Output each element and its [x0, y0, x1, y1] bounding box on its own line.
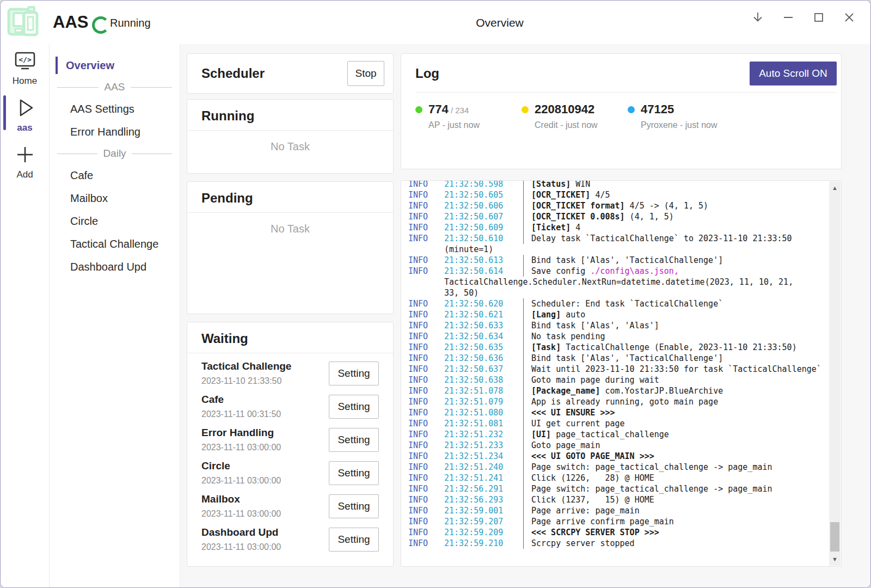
scroll-up-icon[interactable]: ▲: [829, 185, 841, 191]
log-message: Page switch: page_tactical_challenge -> …: [523, 483, 772, 494]
app-name: AAS: [53, 13, 88, 32]
log-continuation: 33, 50): [444, 287, 479, 298]
log-segment: Goto page_main: [531, 440, 600, 450]
log-message: Goto page_main: [523, 440, 600, 451]
sidebar-item-mailbox[interactable]: Mailbox: [50, 187, 180, 210]
sidebar-item-error-handling[interactable]: Error Handling: [50, 120, 180, 143]
log-timestamp: 21:32:50.598: [444, 180, 523, 189]
menu-section-label: AAS: [104, 81, 125, 93]
menu-item-label: Circle: [70, 215, 98, 228]
sidebar-item-circle[interactable]: Circle: [50, 210, 180, 232]
waiting-task-name: Dashboard Upd: [201, 526, 281, 538]
log-timestamp: 21:32:51.232: [444, 429, 523, 440]
waiting-task-row: Error Handling2023-11-11 03:00:00Setting: [187, 423, 393, 456]
log-segment: page_tactical_challenge: [551, 430, 669, 439]
sidebar-item-tactical-challenge[interactable]: Tactical Challenge: [50, 232, 180, 255]
log-level: INFO: [408, 429, 444, 440]
log-message: [Lang] auto: [523, 309, 585, 320]
nav-rail: </>HomeaasAdd: [1, 44, 50, 587]
log-message: [Ticket] 4: [523, 222, 580, 233]
stat-dot-icon: [522, 106, 529, 113]
log-timestamp: 21:32:50.635: [444, 342, 523, 353]
log-timestamp: 21:32:50.621: [444, 309, 523, 320]
log-row: (minute=1): [408, 244, 825, 255]
setting-button[interactable]: Setting: [329, 395, 379, 419]
setting-button[interactable]: Setting: [329, 528, 379, 552]
log-segment: App is already running, goto main page: [531, 397, 718, 407]
running-title: Running: [201, 108, 393, 124]
log-segment: ./config\aas.json: [590, 266, 674, 276]
log-continuation: (minute=1): [444, 244, 493, 255]
log-scrollbar[interactable]: ▲ ▼: [829, 181, 841, 566]
log-segment: Bind task ['Alas', 'Alas']: [531, 321, 659, 330]
log-level: INFO: [408, 298, 444, 309]
log-level: INFO: [408, 200, 444, 211]
log-segment: TacticalChallenge.Scheduler.NextRun=date…: [444, 277, 793, 287]
log-segment: <<< UI ENSURE >>>: [531, 408, 615, 418]
waiting-task-name: Tactical Challenge: [201, 360, 291, 372]
scrollbar-thumb[interactable]: [830, 522, 839, 552]
maximize-icon[interactable]: [809, 8, 828, 27]
menu-item-label: Mailbox: [70, 192, 108, 205]
close-icon[interactable]: [840, 8, 858, 27]
main-content: Scheduler Stop Running No Task Pending N…: [180, 44, 870, 587]
download-icon[interactable]: [749, 8, 767, 27]
setting-button[interactable]: Setting: [329, 428, 379, 452]
log-level: INFO: [408, 516, 444, 527]
log-segment: Click (1237, 15) @ HOME: [531, 495, 654, 505]
nav-rail-item-aas[interactable]: aas: [1, 91, 49, 138]
auto-scroll-button[interactable]: Auto Scroll ON: [750, 62, 837, 85]
stat-label: Credit - just now: [535, 120, 598, 130]
log-segment: [UI]: [531, 430, 551, 439]
resource-stat: 774 / 234AP - just now: [415, 102, 522, 130]
scroll-down-icon[interactable]: ▼: [829, 556, 841, 562]
log-message: UI get current page: [523, 418, 625, 429]
log-row: INFO21:32:50.605[OCR_TICKET] 4/5: [408, 189, 825, 200]
setting-button[interactable]: Setting: [329, 362, 379, 385]
setting-button[interactable]: Setting: [329, 461, 379, 485]
stat-value: 47125: [641, 102, 674, 116]
sidebar-item-cafe[interactable]: Cafe: [50, 164, 180, 187]
stop-button[interactable]: Stop: [347, 61, 384, 86]
waiting-task-info: Error Handling2023-11-11 03:00:00: [201, 427, 281, 452]
log-level: INFO: [408, 473, 444, 483]
menu-item-label: Tactical Challenge: [70, 238, 158, 250]
active-indicator: [56, 57, 58, 74]
waiting-task-info: Dashboard Upd2023-11-11 03:00:00: [201, 526, 281, 552]
setting-button[interactable]: Setting: [329, 494, 379, 518]
log-level: INFO: [408, 451, 444, 462]
log-segment: Bind task ['Alas', 'TacticalChallenge']: [531, 353, 723, 363]
log-row: INFO21:32:51.232[UI] page_tactical_chall…: [408, 429, 825, 440]
log-level: INFO: [408, 462, 444, 473]
minimize-icon[interactable]: [779, 8, 798, 27]
log-timestamp: 21:32:50.633: [444, 320, 523, 331]
sidebar-item-overview[interactable]: Overview: [50, 54, 180, 77]
log-segment: com.YostarJP.BlueArchive: [600, 386, 723, 396]
log-message: Delay task `TacticalChallenge` to 2023-1…: [523, 233, 792, 244]
log-level: INFO: [408, 418, 444, 429]
log-level: INFO: [408, 494, 444, 505]
log-row: 33, 50): [408, 287, 825, 298]
log-level: INFO: [408, 331, 444, 342]
log-level: INFO: [408, 342, 444, 353]
nav-rail-item-home[interactable]: </>Home: [1, 44, 49, 91]
log-level: INFO: [408, 255, 444, 266]
waiting-task-name: Circle: [201, 460, 281, 472]
log-level: INFO: [408, 364, 444, 375]
log-segment: <<< SCRCPY SERVER STOP >>>: [531, 528, 659, 537]
log-message: No task pending: [523, 331, 605, 342]
nav-rail-item-add[interactable]: Add: [1, 138, 49, 185]
log-title: Log: [415, 66, 439, 81]
log-level: INFO: [408, 309, 444, 320]
log-segment: (4, 1, 5): [625, 212, 674, 222]
sidebar-item-dashboard-upd[interactable]: Dashboard Upd: [50, 255, 180, 278]
waiting-task-row: Cafe2023-11-11 00:31:50Setting: [187, 390, 393, 423]
log-message: [Task] TacticalChallenge (Enable, 2023-1…: [523, 342, 797, 353]
log-level: INFO: [408, 222, 444, 233]
stat-value-row: 47125: [641, 102, 717, 117]
log-timestamp: 21:32:50.607: [444, 211, 523, 222]
waiting-task-next-run: 2023-11-11 00:31:50: [201, 409, 281, 419]
sidebar-item-aas-settings[interactable]: AAS Settings: [50, 97, 180, 120]
waiting-task-info: Cafe2023-11-11 00:31:50: [201, 394, 281, 419]
divider-line: [131, 87, 172, 88]
